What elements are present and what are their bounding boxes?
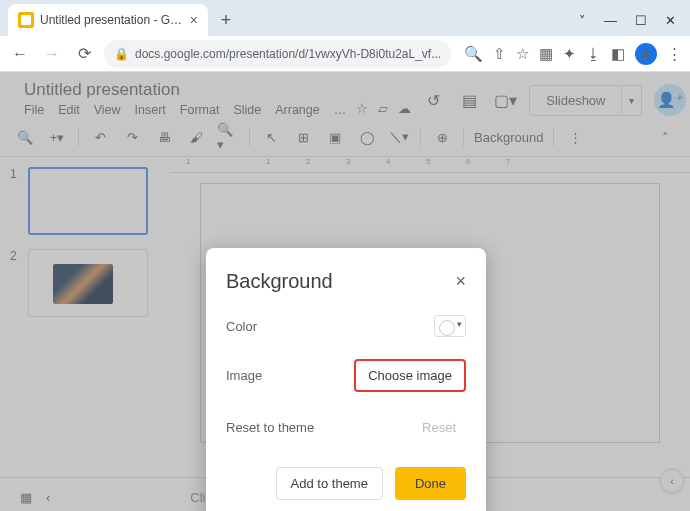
window-controls: ˅ ― ☐ ✕ bbox=[579, 13, 690, 36]
new-tab-button[interactable]: + bbox=[212, 6, 240, 34]
forward-button[interactable]: → bbox=[40, 42, 64, 66]
url-box[interactable]: 🔒 docs.google.com/presentation/d/1vwxyVh… bbox=[104, 40, 451, 68]
reader-icon[interactable]: ▦ bbox=[539, 45, 553, 63]
background-dialog: Background × Color Image Choose image Re… bbox=[206, 248, 486, 511]
sidepanel-icon[interactable]: ◧ bbox=[611, 45, 625, 63]
profile-avatar[interactable]: A bbox=[635, 43, 657, 65]
dialog-title: Background bbox=[226, 270, 333, 293]
add-to-theme-button[interactable]: Add to theme bbox=[276, 467, 383, 500]
extensions-icon[interactable]: ✦ bbox=[563, 45, 576, 63]
choose-image-button[interactable]: Choose image bbox=[354, 359, 466, 392]
browser-tab[interactable]: Untitled presentation - Google S × bbox=[8, 4, 208, 36]
close-window-icon[interactable]: ✕ bbox=[665, 13, 676, 28]
address-bar: ← → ⟳ 🔒 docs.google.com/presentation/d/1… bbox=[0, 36, 690, 72]
dialog-close-icon[interactable]: × bbox=[455, 271, 466, 292]
color-label: Color bbox=[226, 319, 257, 334]
search-icon[interactable]: 🔍 bbox=[464, 45, 483, 63]
reset-button[interactable]: Reset bbox=[412, 414, 466, 441]
share-icon[interactable]: ⇧ bbox=[493, 45, 506, 63]
close-tab-icon[interactable]: × bbox=[190, 12, 198, 28]
slides-favicon bbox=[18, 12, 34, 28]
reload-button[interactable]: ⟳ bbox=[72, 42, 96, 66]
minimize-icon[interactable]: ― bbox=[604, 13, 617, 28]
image-label: Image bbox=[226, 368, 262, 383]
tab-title: Untitled presentation - Google S bbox=[40, 13, 184, 27]
lock-icon: 🔒 bbox=[114, 47, 129, 61]
maximize-icon[interactable]: ☐ bbox=[635, 13, 647, 28]
url-text: docs.google.com/presentation/d/1vwxyVh-D… bbox=[135, 47, 441, 61]
color-picker[interactable] bbox=[434, 315, 466, 337]
browser-tab-strip: Untitled presentation - Google S × + ˅ ―… bbox=[0, 0, 690, 36]
kebab-menu-icon[interactable]: ⋮ bbox=[667, 45, 682, 63]
star-icon[interactable]: ☆ bbox=[516, 45, 529, 63]
chevron-down-icon[interactable]: ˅ bbox=[579, 13, 586, 28]
done-button[interactable]: Done bbox=[395, 467, 466, 500]
back-button[interactable]: ← bbox=[8, 42, 32, 66]
slides-app: Untitled presentation File Edit View Ins… bbox=[0, 72, 690, 511]
reset-label: Reset to theme bbox=[226, 420, 314, 435]
download-icon[interactable]: ⭳ bbox=[586, 45, 601, 62]
